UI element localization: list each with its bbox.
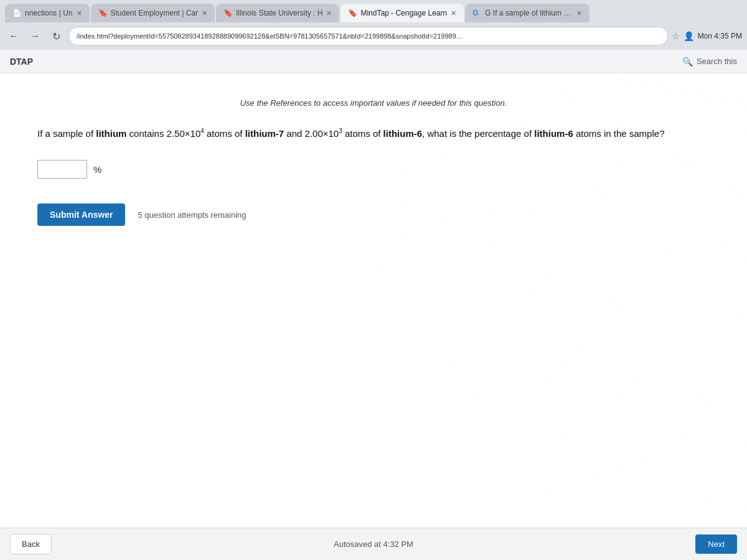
lithium6a-bold: lithium-6 [383, 128, 423, 139]
tab-close-connections[interactable]: ✕ [77, 9, 82, 17]
question-middle1: contains [126, 128, 166, 139]
and: and [284, 128, 304, 139]
number1: 2.50×104 [167, 128, 204, 139]
tab-label-employment: Student Employment | Car [111, 9, 199, 17]
attempts-text: 5 question attempts remaining [138, 210, 246, 220]
submit-answer-button[interactable]: Submit Answer [37, 203, 125, 226]
references-note: Use the References to access important v… [37, 98, 710, 108]
tab-label-mindtap: MindTap - Cengage Learn [360, 9, 447, 17]
question-end: atoms in the sample? [573, 128, 665, 139]
lithium-bold: lithium [96, 128, 126, 139]
svg-line-3 [467, 73, 747, 322]
svg-line-9 [374, 229, 591, 509]
tab-connections[interactable]: 📄 nnections | Un ✕ [5, 4, 90, 22]
mindtap-header: DTAP 🔍 Search this [0, 50, 747, 73]
svg-line-2 [436, 73, 747, 385]
mindtap-title: DTAP [10, 57, 33, 67]
bookmark-icon[interactable]: ☆ [672, 31, 680, 41]
svg-line-10 [374, 260, 560, 509]
submit-row: Submit Answer 5 question attempts remain… [37, 203, 710, 226]
tab-close-mindtap[interactable]: ✕ [451, 9, 456, 17]
lithium7-bold: lithium-7 [245, 128, 284, 139]
tab-close-illinois[interactable]: ✕ [326, 9, 332, 17]
profile-icon[interactable]: 👤 [684, 31, 694, 41]
tab-favicon-illinois: 🔖 [223, 9, 232, 17]
tab-favicon-google: G [472, 9, 481, 17]
address-bar[interactable]: /index.html?deploymentId=557508289341892… [68, 27, 668, 45]
svg-line-8 [374, 198, 622, 509]
answer-row: % [37, 160, 710, 179]
search-label: Search this [697, 57, 737, 66]
bottom-bar: Back Autosaved at 4:32 PM Next [0, 528, 747, 560]
tab-label-illinois: Illinois State University : H [236, 9, 322, 17]
tab-student-employment[interactable]: 🔖 Student Employment | Car ✕ [91, 4, 215, 22]
answer-input[interactable] [37, 160, 87, 179]
atoms2: atoms of [342, 128, 383, 139]
tab-label-connections: nnections | Un [25, 9, 73, 17]
tab-favicon-employment: 🔖 [98, 9, 107, 17]
main-content: Use the References to access important v… [0, 73, 747, 509]
number2: 2.00×103 [305, 128, 342, 139]
percent-label: % [93, 164, 101, 175]
tab-illinois[interactable]: 🔖 Illinois State University : H ✕ [216, 4, 339, 22]
browser-chrome: 📄 nnections | Un ✕ 🔖 Student Employment … [0, 0, 747, 50]
references-text: Use the References to access important v… [240, 98, 507, 108]
tab-close-employment[interactable]: ✕ [202, 9, 207, 17]
question-prefix: If a sample of [37, 128, 96, 139]
tab-bar: 📄 nnections | Un ✕ 🔖 Student Employment … [0, 0, 747, 22]
back-nav-button[interactable]: ← [5, 27, 22, 45]
autosaved-text: Autosaved at 4:32 PM [334, 539, 413, 549]
tab-google[interactable]: G G If a sample of lithium con ✕ [465, 4, 590, 22]
atoms1: atoms of [204, 128, 245, 139]
tab-close-google[interactable]: ✕ [576, 9, 582, 17]
search-button[interactable]: 🔍 Search this [682, 57, 737, 67]
tab-label-google: G If a sample of lithium con [485, 9, 573, 17]
next-button[interactable]: Next [695, 534, 737, 554]
question-suffix: , what is the percentage of [422, 128, 534, 139]
question-text: If a sample of lithium contains 2.50×104… [37, 126, 710, 141]
back-button[interactable]: Back [10, 534, 52, 554]
svg-line-6 [374, 136, 685, 509]
time-display: Mon 4:35 PM [698, 32, 742, 40]
address-text: /index.html?deploymentId=557508289341892… [77, 32, 462, 40]
lithium6b-bold: lithium-6 [534, 128, 573, 139]
forward-nav-button[interactable]: → [26, 27, 44, 45]
tab-mindtap[interactable]: 🔖 MindTap - Cengage Learn ✕ [341, 4, 464, 22]
tab-favicon-mindtap: 🔖 [348, 9, 357, 17]
tab-favicon-connections: 📄 [12, 9, 21, 17]
address-bar-row: ← → ↻ /index.html?deploymentId=557508289… [0, 22, 747, 50]
search-icon: 🔍 [682, 57, 693, 67]
reload-button[interactable]: ↻ [47, 27, 65, 45]
